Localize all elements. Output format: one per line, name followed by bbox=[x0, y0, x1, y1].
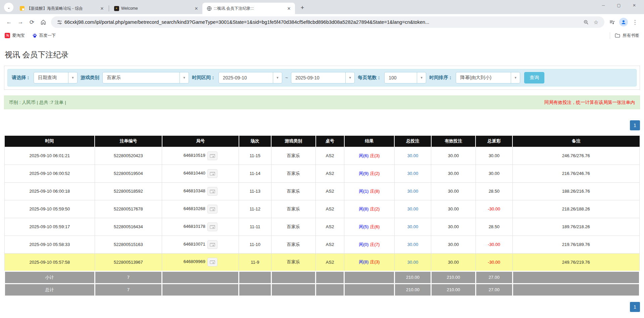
menu-dots-icon[interactable]: ⋮ bbox=[629, 16, 641, 28]
video-replay-icon[interactable] bbox=[207, 151, 217, 160]
address-bar[interactable]: 66cxkj98.com/ipl/portal.php/game/betreco… bbox=[51, 16, 604, 28]
result-banker: 庄(2) bbox=[370, 171, 380, 176]
date-end-value: 2025-09-10 bbox=[291, 72, 345, 83]
forward-icon[interactable]: → bbox=[15, 16, 26, 28]
cell-total-bet[interactable]: 30.00 bbox=[394, 182, 431, 200]
browser-tab-bar: ⌄ 【新提醒】海燕策略论坛 - 综合 ✕ ✦ Welcome ✕ :::视讯 会… bbox=[0, 0, 644, 14]
all-bookmarks[interactable]: 所有书签 bbox=[610, 32, 639, 39]
game-type-select[interactable]: 百家乐 ▼ bbox=[102, 72, 189, 83]
result-player: 闲(5) bbox=[359, 224, 369, 229]
tab-close-icon[interactable]: ✕ bbox=[99, 6, 105, 11]
total-row: 总计7210.00210.0027.00 bbox=[5, 283, 640, 296]
zoom-icon[interactable] bbox=[581, 17, 591, 27]
cell-total-bet[interactable]: 30.00 bbox=[394, 236, 431, 253]
reload-icon[interactable]: ⟳ bbox=[26, 16, 38, 28]
folder-icon bbox=[615, 33, 620, 38]
cell-round-id: 646810519 bbox=[162, 147, 239, 165]
date-start-select[interactable]: 2025-09-10 ▼ bbox=[218, 72, 282, 83]
result-banker: 庄(6) bbox=[370, 224, 380, 229]
video-replay-icon[interactable] bbox=[207, 169, 217, 178]
video-replay-icon[interactable] bbox=[207, 205, 217, 213]
cell-time: 2025-09-10 05:57:58 bbox=[5, 253, 95, 271]
baidu-paw-icon bbox=[32, 33, 37, 38]
media-controls-icon[interactable] bbox=[606, 16, 618, 28]
cell-time: 2025-09-10 05:59:50 bbox=[5, 200, 95, 218]
query-button[interactable]: 查询 bbox=[524, 72, 544, 83]
cell-total-bet[interactable]: 30.00 bbox=[394, 200, 431, 218]
cell-total-bet[interactable]: 30.00 bbox=[394, 147, 431, 165]
subtotal-empty bbox=[316, 271, 344, 283]
subtotal-empty bbox=[271, 271, 315, 283]
tab-title: 【新提醒】海燕策略论坛 - 综合 bbox=[27, 6, 97, 11]
cell-payout: -30.00 bbox=[476, 236, 512, 253]
column-header: 有效投注 bbox=[431, 136, 476, 147]
home-icon[interactable] bbox=[38, 16, 49, 28]
cell-remark: 216.76/246.76 bbox=[512, 165, 639, 182]
browser-tab-2[interactable]: ✦ Welcome ✕ bbox=[110, 3, 202, 14]
profile-avatar[interactable] bbox=[618, 16, 629, 28]
result-banker: 庄(3) bbox=[370, 259, 380, 264]
bookmark-baidu[interactable]: 百度一下 bbox=[32, 33, 56, 39]
cell-bet-id: 522800518592 bbox=[95, 182, 162, 200]
bookmarks-bar: 淘 爱淘宝 百度一下 所有书签 bbox=[0, 30, 644, 41]
column-header: 总投注 bbox=[394, 136, 431, 147]
minimize-button[interactable]: ─ bbox=[596, 0, 611, 11]
maximize-button[interactable]: ▢ bbox=[611, 0, 627, 11]
url-text[interactable]: 66cxkj98.com/ipl/portal.php/game/betreco… bbox=[64, 19, 581, 25]
cell-session: 11-9 bbox=[239, 253, 271, 271]
bookmark-taobao[interactable]: 淘 爱淘宝 bbox=[5, 33, 25, 39]
new-tab-button[interactable]: + bbox=[298, 3, 307, 12]
cell-bet-id: 522800515163 bbox=[95, 236, 162, 253]
close-window-button[interactable]: ✕ bbox=[627, 0, 642, 11]
video-replay-icon[interactable] bbox=[207, 240, 217, 249]
summary-bar: 币别 : 人民币 | 总共 :7 注单 | 同局有效投注，统一计算在该局第一张注… bbox=[4, 96, 640, 109]
browser-tab-1[interactable]: 【新提醒】海燕策略论坛 - 综合 ✕ bbox=[15, 3, 108, 14]
bookmark-star-icon[interactable]: ☆ bbox=[591, 17, 601, 27]
cell-table-no: AS2 bbox=[316, 182, 344, 200]
video-replay-icon[interactable] bbox=[207, 187, 217, 196]
page-1-button[interactable]: 1 bbox=[630, 120, 640, 130]
video-replay-icon[interactable] bbox=[207, 258, 217, 266]
back-icon[interactable]: ← bbox=[3, 16, 15, 28]
chevron-down-icon: ▼ bbox=[68, 72, 77, 83]
query-type-select[interactable]: 日期查询 ▼ bbox=[34, 72, 78, 83]
tab-search-chevron-icon[interactable]: ⌄ bbox=[4, 3, 13, 12]
cell-total-bet[interactable]: 30.00 bbox=[394, 165, 431, 182]
cell-result: 闲(5)庄(6) bbox=[344, 218, 394, 236]
cell-round-id: 646810071 bbox=[162, 236, 239, 253]
cell-remark: 249.76/219.76 bbox=[512, 253, 639, 271]
cell-game-type: 百家乐 bbox=[271, 236, 315, 253]
taobao-icon: 淘 bbox=[5, 33, 10, 38]
cell-table-no: AS2 bbox=[316, 218, 344, 236]
bet-record-row: 2025-09-10 06:01:21522800520423646810519… bbox=[5, 147, 640, 165]
subtotal-count: 7 bbox=[95, 271, 162, 283]
date-end-select[interactable]: 2025-09-10 ▼ bbox=[291, 72, 355, 83]
valid-bet-notice-text: 同局有效投注，统一计算在该局第一张注单内 bbox=[544, 100, 635, 106]
page-1-button[interactable]: 1 bbox=[630, 302, 640, 312]
result-banker: 庄(2) bbox=[370, 206, 380, 211]
site-settings-icon[interactable] bbox=[54, 17, 64, 27]
bet-record-row: 2025-09-10 05:59:17522800516434646810178… bbox=[5, 218, 640, 236]
video-replay-icon[interactable] bbox=[207, 222, 217, 231]
cell-game-type: 百家乐 bbox=[271, 147, 315, 165]
cell-valid-bet: 30.00 bbox=[431, 200, 476, 218]
cell-result: 闲(0)庄(7) bbox=[344, 236, 394, 253]
cell-total-bet[interactable]: 30.00 bbox=[394, 253, 431, 271]
sort-select[interactable]: 降幂(由大到小) ▼ bbox=[456, 72, 520, 83]
subtotal-empty bbox=[239, 271, 271, 283]
result-player: 闲(8) bbox=[359, 259, 369, 264]
result-banker: 庄(7) bbox=[370, 242, 380, 247]
chevron-down-icon: ▼ bbox=[511, 72, 520, 83]
tab-close-icon[interactable]: ✕ bbox=[286, 6, 292, 11]
total-label: 总计 bbox=[5, 283, 95, 296]
game-type-value: 百家乐 bbox=[103, 72, 180, 83]
tab-close-icon[interactable]: ✕ bbox=[194, 6, 199, 11]
game-type-label: 游戏类别 bbox=[81, 75, 99, 81]
sort-value: 降幂(由大到小) bbox=[456, 72, 511, 83]
total-payout: 27.00 bbox=[476, 283, 512, 296]
globe-favicon-icon bbox=[206, 6, 212, 11]
cell-total-bet[interactable]: 30.00 bbox=[394, 218, 431, 236]
cell-time: 2025-09-10 06:01:21 bbox=[5, 147, 95, 165]
browser-tab-active[interactable]: :::视讯 会员下注纪录::: ✕ bbox=[202, 3, 295, 14]
page-size-select[interactable]: 100 ▼ bbox=[384, 72, 426, 83]
